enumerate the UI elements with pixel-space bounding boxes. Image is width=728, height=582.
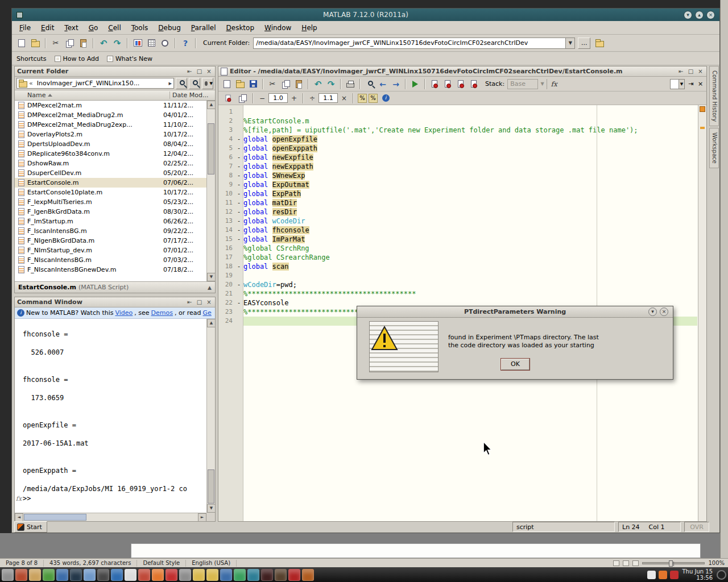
multiply-value-button[interactable]: × (340, 94, 349, 102)
zoom-percent[interactable]: 100% (708, 560, 725, 566)
menu-help[interactable]: Help (296, 22, 322, 34)
menu-desktop[interactable]: Desktop (221, 22, 260, 34)
menu-text[interactable]: Text (59, 22, 83, 34)
menu-edit[interactable]: Edit (36, 22, 59, 34)
single-page-view-icon[interactable] (613, 560, 619, 566)
print-button[interactable] (344, 78, 357, 90)
clock[interactable]: Thu Jun 15 13:56 (682, 568, 713, 581)
code-line[interactable]: 10-global ExpPath (218, 189, 697, 198)
taskbar-app-green-icon[interactable] (43, 569, 55, 581)
power-button[interactable] (717, 570, 726, 580)
command-window-hscrollbar[interactable]: ◄ ► (15, 513, 206, 521)
file-row[interactable]: DMPexcel2mat_MediaDrug2exp...11/10/2... (15, 120, 206, 130)
clear-all-breakpoints-button[interactable] (441, 78, 454, 90)
undo-button[interactable]: ↶ (97, 37, 110, 49)
taskbar-display-settings-icon[interactable] (97, 569, 109, 581)
taskbar-folder-window-1-icon[interactable] (193, 569, 205, 581)
maximize-panel-icon[interactable]: □ (196, 299, 203, 305)
file-row[interactable]: EstartConsole.m07/06/2... (15, 178, 206, 188)
copy-button[interactable] (63, 37, 76, 49)
code-line[interactable]: 19 (218, 271, 697, 280)
breadcrumb-path[interactable]: InovImager_jwrCF_WINLinx150... (35, 80, 167, 87)
taskbar-app-teal-icon[interactable] (247, 569, 259, 581)
go-back-button[interactable]: ← (377, 78, 389, 90)
executable-marker[interactable]: - (234, 198, 243, 207)
evaluate-cell-advance-button[interactable]: % (369, 94, 378, 103)
up-folder-button[interactable] (593, 37, 606, 49)
executable-marker[interactable]: - (234, 162, 243, 171)
function-browser-button[interactable]: fx (548, 78, 560, 90)
menu-go[interactable]: Go (84, 22, 104, 34)
executable-marker[interactable]: - (234, 235, 243, 244)
continue-button[interactable] (468, 78, 480, 90)
file-row[interactable]: DMPexcel2mat.m11/11/2... (15, 101, 206, 110)
scroll-up-icon[interactable]: ▲ (207, 319, 216, 327)
breadcrumb-forward-icon[interactable]: ▸ (167, 80, 173, 87)
code-line[interactable]: 13-global wCodeDir (218, 217, 697, 226)
demos-link[interactable]: Demos (151, 309, 173, 317)
executable-marker[interactable]: - (234, 207, 243, 217)
taskbar-app-orange-icon[interactable] (302, 569, 314, 581)
executable-marker[interactable]: - (234, 262, 243, 271)
file-row[interactable]: F_NIgenBkGrdData.m07/17/2... (15, 236, 206, 246)
mlint-status-icon[interactable] (700, 106, 705, 112)
simulink-button[interactable] (131, 37, 144, 49)
save-button[interactable] (247, 78, 259, 90)
code-line[interactable]: 17%global CSrearchRange (218, 253, 697, 262)
browse-folder-button[interactable]: ... (578, 38, 590, 49)
maximize-button[interactable]: ▴ (695, 11, 704, 19)
command-prompt[interactable]: >> (23, 494, 31, 502)
close-panel-icon[interactable]: × (205, 299, 213, 305)
step-button[interactable] (454, 78, 467, 90)
decrease-value-button[interactable]: − (258, 94, 267, 102)
insert-cell-divider-button[interactable] (222, 92, 234, 105)
code-line[interactable]: 20-wCodeDir=pwd; (218, 280, 697, 289)
code-line[interactable]: 12-global resDir (218, 207, 697, 217)
executable-marker[interactable]: - (234, 280, 243, 289)
code-line[interactable]: 6-global newExpfile (218, 153, 697, 162)
guide-button[interactable] (145, 37, 158, 49)
file-row[interactable]: DpertsUploadDev.m08/04/2... (15, 139, 206, 149)
tray-alert-icon[interactable] (670, 571, 679, 579)
command-window-vscrollbar[interactable]: ▲ ▼ (206, 319, 215, 513)
scroll-right-icon[interactable]: ► (198, 513, 206, 522)
zoom-slider-thumb[interactable] (669, 560, 673, 567)
executable-marker[interactable] (234, 317, 243, 326)
file-row[interactable]: EstartConsole10plate.m10/17/2... (15, 188, 206, 197)
split-view-button[interactable]: ▼ (670, 79, 685, 89)
executable-marker[interactable] (234, 271, 243, 280)
maximize-panel-icon[interactable]: □ (196, 68, 203, 74)
taskbar-web-browser-icon[interactable] (111, 569, 123, 581)
video-link[interactable]: Video (115, 309, 133, 317)
code-line[interactable]: 2%EstartConsole.m (218, 117, 697, 126)
divide-value-button[interactable]: ÷ (308, 94, 317, 102)
increase-value-button[interactable]: + (289, 94, 299, 102)
actions-button[interactable]: ▼ (202, 78, 213, 89)
file-row[interactable]: F_NIscanIntensBG.m07/03/2... (15, 255, 206, 265)
search-button[interactable] (176, 78, 187, 89)
taskbar-app-red-icon[interactable] (15, 569, 27, 581)
code-line[interactable]: 3%[file,path] = uiputfile('.mat','Create… (218, 126, 697, 135)
editor-header[interactable]: Editor - /media/data/EASY/InovImager_jwr… (218, 66, 706, 77)
libreoffice-scrollbar[interactable] (720, 0, 728, 567)
taskbar-x11-app-icon[interactable] (84, 569, 96, 581)
scrollbar-thumb[interactable] (208, 469, 214, 504)
set-clear-breakpoint-button[interactable] (428, 78, 441, 90)
executable-marker[interactable] (234, 289, 243, 298)
open-file-button[interactable] (29, 37, 42, 49)
start-button[interactable]: Start (14, 521, 47, 533)
taskbar-writer-doc-icon[interactable] (125, 569, 136, 581)
executable-marker[interactable] (234, 126, 243, 135)
executable-marker[interactable]: - (234, 189, 243, 198)
file-row[interactable]: F_NImStartup_dev.m07/01/2... (15, 246, 206, 255)
shortcut-how-to-add[interactable]: How to Add (55, 55, 99, 63)
multi-page-view-icon[interactable] (623, 560, 629, 566)
close-file-icon[interactable]: × (697, 80, 704, 88)
code-line[interactable]: 4-global openExpfile (218, 135, 697, 144)
paste-button[interactable] (292, 78, 305, 90)
language-status[interactable]: English (USA) (186, 560, 237, 567)
scroll-down-icon[interactable]: ▼ (207, 273, 216, 281)
new-button[interactable] (221, 78, 233, 90)
file-row[interactable]: DReplicate96to384conv.m12/04/2... (15, 149, 206, 159)
page-style-status[interactable]: Default Style (137, 560, 186, 567)
